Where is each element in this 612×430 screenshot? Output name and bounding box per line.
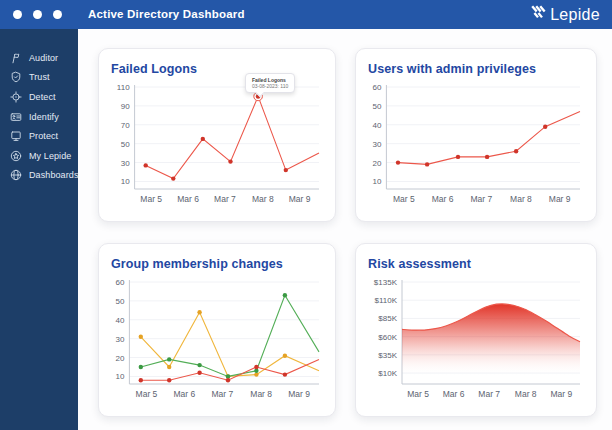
card-group-membership: Group membership changes 102030405060Mar… — [98, 243, 336, 417]
auditor-flag-icon — [10, 52, 22, 64]
svg-text:Mar 8: Mar 8 — [515, 389, 537, 399]
card-risk-assessment: Risk assessment $10K$35K$60K$85K$110K$13… — [355, 243, 597, 417]
svg-text:Mar 7: Mar 7 — [211, 389, 233, 399]
sidebar-item-dashboards[interactable]: Dashboards — [0, 166, 78, 186]
svg-text:30: 30 — [115, 335, 124, 344]
app-window: Active Directory Dashboard Lepide Audito… — [0, 0, 612, 430]
svg-text:10: 10 — [121, 177, 130, 186]
identify-idcard-icon — [10, 111, 22, 123]
svg-text:Mar 7: Mar 7 — [214, 194, 236, 204]
sidebar-item-my-lepide[interactable]: My Lepide — [0, 146, 78, 166]
svg-text:90: 90 — [121, 102, 130, 111]
svg-text:Mar 6: Mar 6 — [443, 389, 465, 399]
sidebar-item-identify[interactable]: Identify — [0, 107, 78, 127]
tooltip-value: 03-08-2023: 110 — [252, 83, 288, 89]
sidebar-item-label: Dashboards — [29, 170, 79, 180]
svg-text:40: 40 — [372, 121, 381, 130]
my-lepide-star-icon — [10, 150, 22, 162]
card-title: Group membership changes — [111, 256, 323, 272]
svg-text:$135K: $135K — [374, 278, 398, 287]
sidebar: AuditorTrustDetectIdentifyProtectMy Lepi… — [0, 29, 78, 430]
risk-assessment-chart[interactable]: $10K$35K$60K$85K$110K$135KMar 5Mar 6Mar … — [368, 276, 584, 404]
svg-text:Mar 6: Mar 6 — [432, 194, 454, 204]
svg-text:30: 30 — [121, 159, 130, 168]
sidebar-item-label: Protect — [29, 131, 58, 141]
svg-text:10: 10 — [115, 372, 124, 381]
window-controls — [13, 0, 62, 29]
svg-text:$60K: $60K — [378, 333, 397, 342]
svg-text:20: 20 — [115, 354, 124, 363]
brand-name: Lepide — [550, 6, 600, 24]
window-dot[interactable] — [33, 10, 42, 19]
svg-text:Mar 7: Mar 7 — [478, 389, 500, 399]
svg-text:Mar 8: Mar 8 — [250, 389, 272, 399]
protect-screen-icon — [10, 130, 22, 142]
sidebar-item-label: Identify — [29, 112, 59, 122]
lepide-logo-icon — [530, 5, 546, 24]
svg-text:Mar 8: Mar 8 — [252, 194, 274, 204]
sidebar-item-label: My Lepide — [29, 151, 71, 161]
sidebar-item-trust[interactable]: Trust — [0, 68, 78, 88]
admin-privileges-chart[interactable]: 102030405060Mar 5Mar 6Mar 7Mar 8Mar 9 — [368, 81, 584, 209]
failed-logons-chart[interactable]: 1030507090110Mar 5Mar 6Mar 7Mar 8Mar 9 — [111, 81, 323, 209]
group-membership-chart[interactable]: 102030405060Mar 5Mar 6Mar 7Mar 8Mar 9 — [111, 276, 323, 404]
svg-text:Mar 9: Mar 9 — [289, 194, 311, 204]
chart-tooltip: Failed Logons 03-08-2023: 110 — [245, 73, 295, 93]
sidebar-item-protect[interactable]: Protect — [0, 126, 78, 146]
svg-text:Mar 8: Mar 8 — [510, 194, 532, 204]
svg-text:50: 50 — [121, 140, 130, 149]
svg-text:60: 60 — [372, 83, 381, 92]
svg-text:Mar 5: Mar 5 — [136, 389, 158, 399]
window-dot[interactable] — [53, 10, 62, 19]
svg-text:$10K: $10K — [378, 369, 397, 378]
card-title: Users with admin privileges — [368, 61, 584, 77]
window-dot[interactable] — [13, 10, 22, 19]
svg-text:$85K: $85K — [378, 314, 397, 323]
brand-logo: Lepide — [530, 0, 600, 29]
dashboards-globe-icon — [10, 169, 22, 181]
svg-text:70: 70 — [121, 121, 130, 130]
svg-text:$35K: $35K — [378, 351, 397, 360]
detect-target-icon — [10, 91, 22, 103]
svg-text:60: 60 — [115, 278, 124, 287]
svg-text:110: 110 — [117, 83, 130, 92]
card-title: Risk assessment — [368, 256, 584, 272]
svg-text:Mar 9: Mar 9 — [550, 389, 572, 399]
card-failed-logons: Failed Logons 1030507090110Mar 5Mar 6Mar… — [98, 48, 336, 222]
svg-text:Mar 6: Mar 6 — [177, 194, 199, 204]
sidebar-item-auditor[interactable]: Auditor — [0, 48, 78, 68]
svg-text:$110K: $110K — [374, 296, 397, 305]
svg-text:Mar 9: Mar 9 — [288, 389, 310, 399]
svg-text:50: 50 — [372, 102, 381, 111]
card-admin-privileges: Users with admin privileges 102030405060… — [355, 48, 597, 222]
page-title: Active Directory Dashboard — [88, 0, 245, 29]
svg-text:Mar 7: Mar 7 — [470, 194, 492, 204]
sidebar-item-label: Detect — [29, 92, 56, 102]
svg-text:Mar 6: Mar 6 — [174, 389, 196, 399]
svg-text:30: 30 — [372, 140, 381, 149]
svg-text:20: 20 — [372, 159, 381, 168]
svg-text:Mar 9: Mar 9 — [549, 194, 571, 204]
svg-text:50: 50 — [115, 297, 124, 306]
svg-text:Mar 5: Mar 5 — [393, 194, 415, 204]
sidebar-item-label: Auditor — [29, 53, 58, 63]
sidebar-item-label: Trust — [29, 72, 50, 82]
sidebar-item-detect[interactable]: Detect — [0, 87, 78, 107]
svg-text:Mar 5: Mar 5 — [407, 389, 429, 399]
svg-text:40: 40 — [115, 316, 124, 325]
titlebar: Active Directory Dashboard Lepide — [0, 0, 612, 29]
svg-text:10: 10 — [372, 177, 381, 186]
trust-shield-icon — [10, 71, 22, 83]
svg-text:Mar 5: Mar 5 — [140, 194, 162, 204]
